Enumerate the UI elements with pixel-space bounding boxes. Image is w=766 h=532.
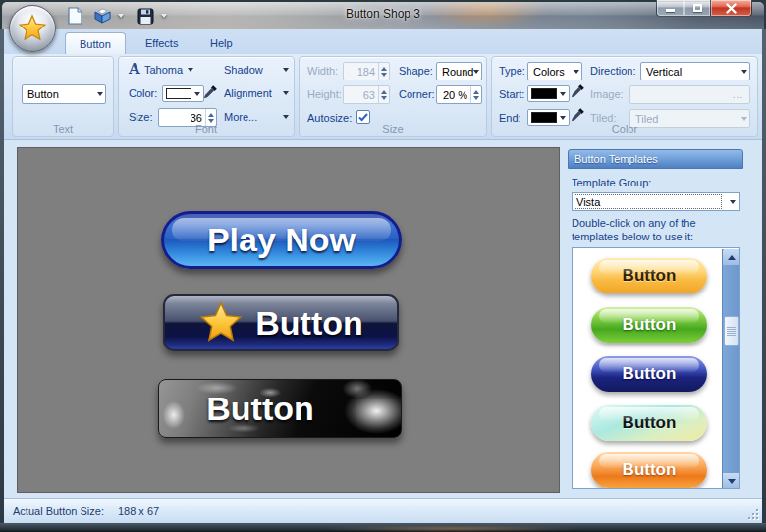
end-color-swatch [531,112,557,123]
tab-effects[interactable]: Effects [132,32,192,54]
minimize-icon [666,9,675,12]
font-color-eyedropper-icon[interactable] [203,84,218,100]
status-bar: Actual Button Size: 188 x 67 [4,498,762,523]
tab-button-label: Button [80,38,111,50]
tab-effects-label: Effects [145,37,178,49]
template-item-label: Button [623,413,677,433]
tab-help-label: Help [210,37,233,49]
panel-header-title: Button Templates [574,153,658,165]
start-color-label: Start: [499,88,524,100]
spin-down-icon [208,119,214,123]
scrollbar-up-button[interactable] [723,249,739,265]
end-color-eyedropper-icon[interactable] [571,107,585,123]
template-group-arrow-icon [730,200,736,204]
template-item-gold[interactable]: Button [591,258,707,293]
start-color-swatch [531,88,557,99]
font-name-dropdown[interactable]: Tahoma [144,64,193,76]
corner-label: Corner: [399,88,435,100]
spin-down-icon [381,73,387,77]
font-color-swatch [166,88,192,99]
shadow-dropdown[interactable]: Shadow [224,64,289,76]
template-list[interactable]: Button Button Button Button Button [572,247,740,489]
tab-button[interactable]: Button [65,32,126,54]
preview-button-play-now[interactable]: Play Now [161,211,402,269]
save-dropdown-arrow-icon[interactable] [161,14,167,18]
start-color-eyedropper-icon[interactable] [571,83,585,99]
ribbon-group-size: Width: 184 Shape: Round Height: 63 Corne… [299,56,487,137]
shape-arrow-icon [473,70,479,74]
scrollbar-thumb[interactable] [724,316,739,346]
scrollbar-down-button[interactable] [723,473,739,489]
ribbon-group-font: A Tahoma Shadow Color: Alignment Size: 3… [118,56,295,137]
type-value: Colors [533,66,565,78]
height-label: Height: [307,88,342,100]
alignment-dropdown[interactable]: Alignment [224,87,289,99]
shape-combobox[interactable]: Round [436,62,482,80]
design-canvas[interactable]: Play Now Button Button [17,147,560,493]
panel-header: Button Templates [568,149,743,169]
template-item-label: Button [623,315,677,335]
actual-button-size-label: Actual Button Size: [13,505,104,517]
font-name-value: Tahoma [144,64,183,76]
template-item-green[interactable]: Button [591,307,707,343]
spin-down-icon [381,96,387,100]
template-group-combobox[interactable]: Vista [572,192,740,211]
font-group-caption: Font [119,123,294,134]
corner-spinner[interactable]: 20 % [436,85,482,104]
font-color-picker[interactable] [162,85,204,102]
template-item-label: Button [623,266,677,286]
corner-spin-arrows[interactable] [470,86,481,103]
autosize-checkbox[interactable] [356,110,370,124]
height-spinner: 63 [343,85,390,104]
frame-bottom-reflection [324,526,579,531]
checkmark-icon [358,113,368,122]
tab-help[interactable]: Help [196,32,246,54]
color-group-caption: Color [492,123,757,134]
template-group-label: Template Group: [572,177,651,188]
type-combobox[interactable]: Colors [527,62,582,80]
focus-rectangle [574,194,722,209]
template-list-scrollbar[interactable] [722,249,739,489]
resize-grip[interactable] [745,506,758,519]
more-arrow-icon [283,115,289,119]
ribbon-group-color: Type: Colors Direction: Vertical Start: … [491,56,758,137]
image-label: Image: [590,88,624,100]
quick-access-toolbar [63,4,167,27]
open-dropdown-arrow-icon[interactable] [118,14,124,18]
window-frame-bottom [0,523,766,532]
save-button[interactable] [134,5,157,27]
tiled-arrow-icon [741,117,747,121]
more-dropdown[interactable]: More... [224,111,289,123]
ribbon: Button Text A Tahoma Shadow Color: Align… [4,54,762,140]
direction-arrow-icon [741,70,747,74]
preview-button-star[interactable]: Button [163,294,399,351]
window-controls [656,0,752,17]
open-button[interactable] [90,5,114,27]
shadow-arrow-icon [283,68,289,72]
template-item-navy[interactable]: Button [591,356,707,392]
template-item-cyan[interactable]: Button [591,405,707,441]
height-spin-arrows [378,86,389,103]
maximize-icon [693,4,702,12]
shape-label: Shape: [399,65,433,77]
font-color-label: Color: [129,87,157,99]
end-color-arrow-icon [560,116,566,120]
type-label: Type: [499,65,525,77]
actual-button-size-value: 188 x 67 [118,505,159,517]
button-text-combobox[interactable]: Button [22,84,106,104]
application-orb-button[interactable] [9,5,56,52]
preview-button-marble[interactable]: Button [158,379,402,438]
close-button[interactable] [711,0,752,17]
new-document-button[interactable] [63,5,86,27]
preview-button-label: Button [206,390,314,428]
maximize-button[interactable] [684,0,711,17]
minimize-button[interactable] [656,0,684,17]
start-color-picker[interactable] [527,85,570,102]
font-size-value: 36 [191,112,205,124]
new-document-icon [68,7,82,25]
preview-button-label: Play Now [207,221,356,259]
more-label: More... [224,111,257,123]
scrollbar-grip-icon [727,327,736,336]
direction-combobox[interactable]: Vertical [640,62,750,80]
template-item-orange[interactable]: Button [591,452,707,488]
